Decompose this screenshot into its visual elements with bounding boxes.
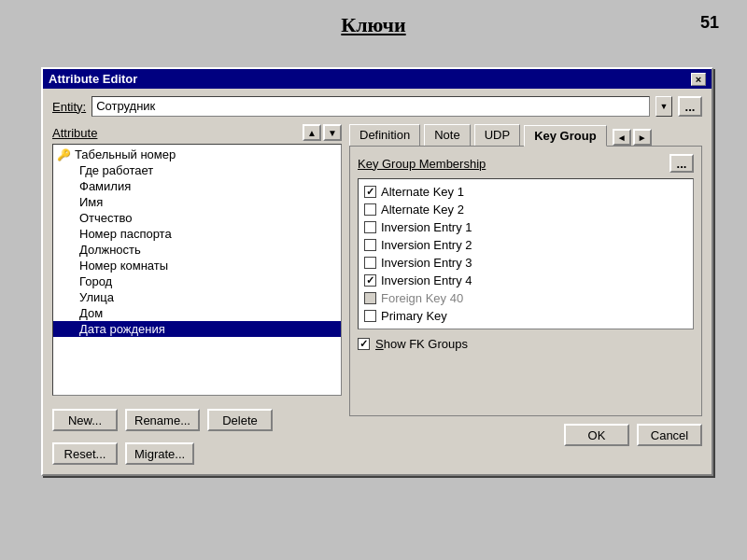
kg-checkbox[interactable]	[364, 257, 376, 269]
entity-dropdown-button[interactable]: ▼	[655, 96, 672, 117]
attribute-list-item[interactable]: 🔑Табельный номер	[53, 147, 341, 162]
kg-checkbox[interactable]: ✓	[364, 186, 376, 198]
tab-definition[interactable]: Definition	[349, 124, 420, 146]
attribute-item-label: Улица	[79, 290, 114, 304]
kg-membership-label: Key Group Membership	[358, 157, 486, 171]
entity-input[interactable]: Сотрудник	[92, 96, 650, 117]
ok-button[interactable]: OK	[564, 424, 629, 446]
kg-item-label: Alternate Key 2	[381, 203, 464, 217]
tab-key-group[interactable]: Key Group	[524, 125, 606, 147]
show-fk-checkbox[interactable]: ✓	[358, 338, 370, 350]
kg-list-item[interactable]: Alternate Key 2	[364, 201, 687, 218]
kg-list-item[interactable]: Inversion Entry 3	[364, 254, 687, 272]
attribute-label: Attribute	[52, 126, 97, 140]
show-fk-label-text: how FK Groups	[384, 337, 468, 351]
show-fk-row: ✓ Show FK Groups	[358, 337, 694, 351]
attribute-item-label: Табельный номер	[75, 147, 176, 161]
migrate-button[interactable]: Migrate...	[125, 442, 194, 465]
kg-dots-button[interactable]: ...	[669, 154, 694, 173]
attribute-list-item[interactable]: Номер паспорта	[53, 226, 341, 242]
attribute-list[interactable]: 🔑Табельный номерГде работаетФамилияИмяОт…	[52, 144, 342, 396]
attribute-item-label: Фамилия	[79, 179, 131, 193]
kg-list-item[interactable]: ✓Alternate Key 1	[364, 183, 687, 201]
cancel-button[interactable]: Cancel	[637, 424, 702, 446]
kg-item-label: Primary Key	[381, 309, 447, 323]
kg-checkbox[interactable]	[364, 203, 376, 216]
attribute-list-item[interactable]: Номер комнаты	[53, 258, 341, 273]
show-fk-underline-s: S	[375, 337, 384, 351]
tab-right-arrow[interactable]: ►	[633, 129, 652, 146]
kg-item-label: Foreign Key 40	[381, 291, 463, 305]
entity-dots-button[interactable]: ...	[678, 96, 702, 117]
kg-checkbox[interactable]	[364, 239, 376, 251]
page-number: 51	[700, 13, 719, 33]
tab-content: Key Group Membership ... ✓Alternate Key …	[349, 146, 702, 416]
kg-list-item[interactable]: Primary Key	[364, 307, 687, 325]
attribute-editor-dialog: Attribute Editor × Entity: Сотрудник ▼ .…	[41, 67, 713, 476]
attribute-list-item[interactable]: Где работает	[53, 162, 341, 178]
attribute-item-label: Имя	[79, 195, 103, 209]
dialog-title: Attribute Editor	[49, 72, 137, 86]
attribute-item-label: Отчество	[79, 211, 133, 225]
attribute-item-label: Где работает	[79, 163, 153, 177]
kg-item-label: Inversion Entry 2	[381, 238, 472, 252]
kg-list-item[interactable]: Inversion Entry 2	[364, 236, 687, 254]
rename-button[interactable]: Rename...	[125, 409, 200, 431]
kg-list: ✓Alternate Key 1Alternate Key 2Inversion…	[358, 178, 694, 329]
kg-list-item[interactable]: Foreign Key 40	[364, 289, 687, 307]
key-icon: 🔑	[57, 148, 71, 161]
attribute-item-label: Номер паспорта	[79, 227, 172, 241]
attribute-item-label: Дом	[79, 306, 103, 320]
kg-checkbox	[364, 292, 376, 304]
kg-list-item[interactable]: Inversion Entry 1	[364, 218, 687, 236]
kg-checkbox[interactable]: ✓	[364, 274, 376, 287]
kg-item-label: Inversion Entry 4	[381, 273, 472, 287]
new-button[interactable]: New...	[52, 409, 118, 431]
page-title: Ключи	[0, 0, 747, 47]
kg-item-label: Inversion Entry 1	[381, 220, 472, 234]
tab-udp[interactable]: UDP	[474, 124, 520, 146]
attribute-down-button[interactable]: ▼	[323, 124, 342, 141]
attribute-list-item[interactable]: Улица	[53, 289, 341, 305]
attribute-list-item[interactable]: Дом	[53, 305, 341, 321]
attribute-item-label: Дата рождения	[79, 322, 165, 336]
attribute-list-item[interactable]: Имя	[53, 194, 341, 210]
attribute-list-item[interactable]: Отчество	[53, 210, 341, 226]
kg-item-label: Alternate Key 1	[381, 185, 464, 199]
dialog-titlebar: Attribute Editor ×	[43, 69, 712, 89]
tab-note[interactable]: Note	[424, 124, 470, 146]
attribute-item-label: Должность	[79, 243, 141, 257]
attribute-list-item[interactable]: Фамилия	[53, 178, 341, 194]
kg-item-label: Inversion Entry 3	[381, 256, 472, 270]
show-fk-label: Show FK Groups	[375, 337, 468, 351]
tab-left-arrow[interactable]: ◄	[613, 129, 631, 146]
kg-list-item[interactable]: ✓Inversion Entry 4	[364, 272, 687, 289]
attribute-up-button[interactable]: ▲	[303, 124, 321, 141]
entity-label: Entity:	[52, 100, 86, 114]
close-button[interactable]: ×	[691, 73, 706, 86]
attribute-item-label: Город	[79, 274, 112, 288]
kg-checkbox[interactable]	[364, 310, 376, 322]
delete-button[interactable]: Delete	[207, 409, 273, 431]
attribute-list-item[interactable]: Город	[53, 273, 341, 289]
attribute-list-item[interactable]: Должность	[53, 242, 341, 258]
attribute-item-label: Номер комнаты	[79, 259, 168, 273]
kg-checkbox[interactable]	[364, 221, 376, 233]
attribute-list-item[interactable]: Дата рождения	[53, 321, 341, 337]
reset-button[interactable]: Reset...	[52, 442, 118, 465]
